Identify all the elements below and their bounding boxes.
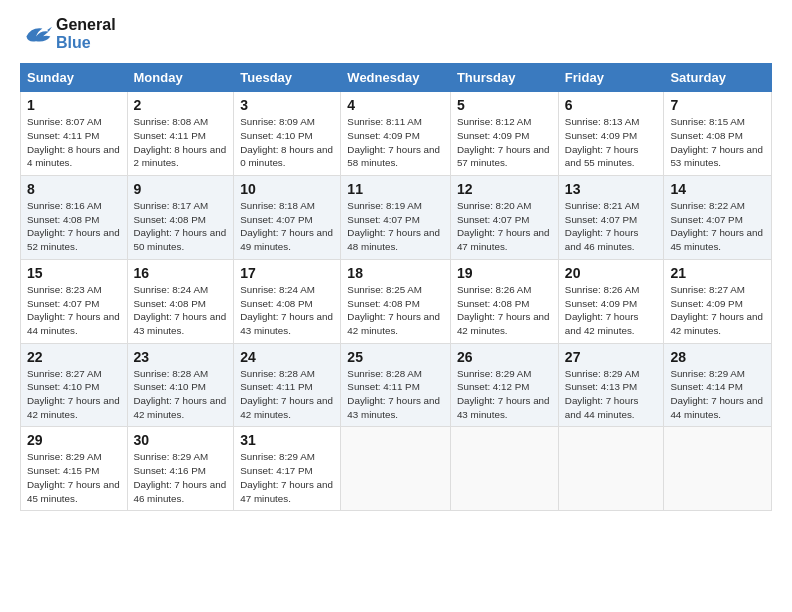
col-saturday: Saturday xyxy=(664,64,772,92)
day-cell: 29Sunrise: 8:29 AMSunset: 4:15 PMDayligh… xyxy=(21,427,128,511)
day-cell: 3Sunrise: 8:09 AMSunset: 4:10 PMDaylight… xyxy=(234,92,341,176)
day-cell: 16Sunrise: 8:24 AMSunset: 4:08 PMDayligh… xyxy=(127,259,234,343)
col-wednesday: Wednesday xyxy=(341,64,451,92)
calendar-table: Sunday Monday Tuesday Wednesday Thursday… xyxy=(20,63,772,511)
day-cell: 20Sunrise: 8:26 AMSunset: 4:09 PMDayligh… xyxy=(558,259,664,343)
day-cell: 18Sunrise: 8:25 AMSunset: 4:08 PMDayligh… xyxy=(341,259,451,343)
day-cell: 17Sunrise: 8:24 AMSunset: 4:08 PMDayligh… xyxy=(234,259,341,343)
day-cell: 2Sunrise: 8:08 AMSunset: 4:11 PMDaylight… xyxy=(127,92,234,176)
empty-cell xyxy=(341,427,451,511)
empty-cell xyxy=(558,427,664,511)
calendar-week-row: 8Sunrise: 8:16 AMSunset: 4:08 PMDaylight… xyxy=(21,176,772,260)
day-cell: 12Sunrise: 8:20 AMSunset: 4:07 PMDayligh… xyxy=(450,176,558,260)
day-cell: 15Sunrise: 8:23 AMSunset: 4:07 PMDayligh… xyxy=(21,259,128,343)
calendar-header-row: Sunday Monday Tuesday Wednesday Thursday… xyxy=(21,64,772,92)
day-cell: 10Sunrise: 8:18 AMSunset: 4:07 PMDayligh… xyxy=(234,176,341,260)
empty-cell xyxy=(450,427,558,511)
logo-text: General Blue xyxy=(56,16,116,51)
day-cell: 24Sunrise: 8:28 AMSunset: 4:11 PMDayligh… xyxy=(234,343,341,427)
logo: General Blue xyxy=(20,16,116,51)
day-cell: 27Sunrise: 8:29 AMSunset: 4:13 PMDayligh… xyxy=(558,343,664,427)
day-cell: 30Sunrise: 8:29 AMSunset: 4:16 PMDayligh… xyxy=(127,427,234,511)
calendar-week-row: 15Sunrise: 8:23 AMSunset: 4:07 PMDayligh… xyxy=(21,259,772,343)
day-cell: 19Sunrise: 8:26 AMSunset: 4:08 PMDayligh… xyxy=(450,259,558,343)
calendar-week-row: 1Sunrise: 8:07 AMSunset: 4:11 PMDaylight… xyxy=(21,92,772,176)
day-cell: 9Sunrise: 8:17 AMSunset: 4:08 PMDaylight… xyxy=(127,176,234,260)
day-cell: 5Sunrise: 8:12 AMSunset: 4:09 PMDaylight… xyxy=(450,92,558,176)
day-cell: 6Sunrise: 8:13 AMSunset: 4:09 PMDaylight… xyxy=(558,92,664,176)
page-header: General Blue xyxy=(20,16,772,51)
logo-icon xyxy=(20,20,52,48)
day-cell: 26Sunrise: 8:29 AMSunset: 4:12 PMDayligh… xyxy=(450,343,558,427)
day-cell: 4Sunrise: 8:11 AMSunset: 4:09 PMDaylight… xyxy=(341,92,451,176)
day-cell: 25Sunrise: 8:28 AMSunset: 4:11 PMDayligh… xyxy=(341,343,451,427)
col-tuesday: Tuesday xyxy=(234,64,341,92)
empty-cell xyxy=(664,427,772,511)
day-cell: 23Sunrise: 8:28 AMSunset: 4:10 PMDayligh… xyxy=(127,343,234,427)
calendar-week-row: 22Sunrise: 8:27 AMSunset: 4:10 PMDayligh… xyxy=(21,343,772,427)
day-cell: 8Sunrise: 8:16 AMSunset: 4:08 PMDaylight… xyxy=(21,176,128,260)
calendar-week-row: 29Sunrise: 8:29 AMSunset: 4:15 PMDayligh… xyxy=(21,427,772,511)
col-sunday: Sunday xyxy=(21,64,128,92)
day-cell: 14Sunrise: 8:22 AMSunset: 4:07 PMDayligh… xyxy=(664,176,772,260)
col-thursday: Thursday xyxy=(450,64,558,92)
calendar-body: 1Sunrise: 8:07 AMSunset: 4:11 PMDaylight… xyxy=(21,92,772,511)
day-cell: 21Sunrise: 8:27 AMSunset: 4:09 PMDayligh… xyxy=(664,259,772,343)
day-cell: 13Sunrise: 8:21 AMSunset: 4:07 PMDayligh… xyxy=(558,176,664,260)
col-friday: Friday xyxy=(558,64,664,92)
day-cell: 28Sunrise: 8:29 AMSunset: 4:14 PMDayligh… xyxy=(664,343,772,427)
day-cell: 22Sunrise: 8:27 AMSunset: 4:10 PMDayligh… xyxy=(21,343,128,427)
day-cell: 11Sunrise: 8:19 AMSunset: 4:07 PMDayligh… xyxy=(341,176,451,260)
day-cell: 7Sunrise: 8:15 AMSunset: 4:08 PMDaylight… xyxy=(664,92,772,176)
col-monday: Monday xyxy=(127,64,234,92)
day-cell: 31Sunrise: 8:29 AMSunset: 4:17 PMDayligh… xyxy=(234,427,341,511)
day-cell: 1Sunrise: 8:07 AMSunset: 4:11 PMDaylight… xyxy=(21,92,128,176)
